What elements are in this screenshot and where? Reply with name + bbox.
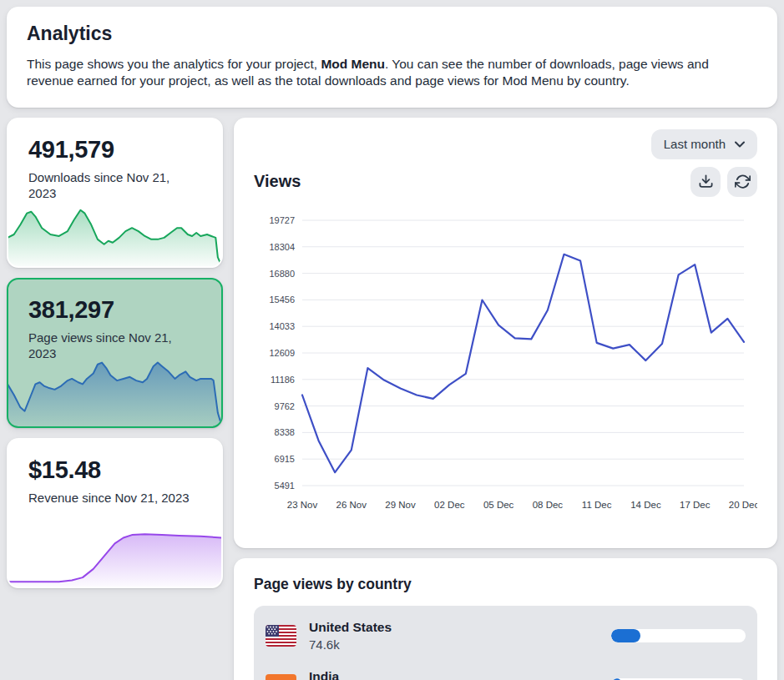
views-header: Views xyxy=(254,167,757,197)
country-name: United States xyxy=(309,620,599,635)
revenue-amount: $15.48 xyxy=(28,456,201,484)
svg-text:8338: 8338 xyxy=(275,427,295,437)
svg-text:18304: 18304 xyxy=(269,241,295,251)
refresh-icon xyxy=(735,174,751,189)
time-range-select[interactable]: Last month xyxy=(651,129,757,159)
svg-text:11 Dec: 11 Dec xyxy=(582,500,612,510)
country-list: United States 74.6k xyxy=(254,606,757,680)
svg-text:9762: 9762 xyxy=(275,400,295,411)
chart-actions xyxy=(690,167,757,197)
analytics-page: Analytics This page shows you the analyt… xyxy=(0,0,784,680)
svg-text:17 Dec: 17 Dec xyxy=(680,500,711,510)
svg-text:20 Dec: 20 Dec xyxy=(729,500,757,510)
svg-text:12609: 12609 xyxy=(269,348,295,358)
country-name: India xyxy=(309,669,599,680)
svg-text:6915: 6915 xyxy=(275,454,295,464)
country-progress-fill xyxy=(611,629,640,642)
svg-text:02 Dec: 02 Dec xyxy=(434,500,465,510)
download-csv-button[interactable] xyxy=(690,167,721,197)
downloads-label: Downloads since Nov 21, 2023 xyxy=(28,169,200,201)
svg-text:14 Dec: 14 Dec xyxy=(630,500,661,510)
chevron-down-icon xyxy=(735,141,745,148)
us-flag-icon xyxy=(266,625,296,647)
svg-text:11186: 11186 xyxy=(271,374,295,384)
svg-text:14033: 14033 xyxy=(269,321,295,331)
downloads-count: 491,579 xyxy=(28,136,201,164)
svg-text:23 Nov: 23 Nov xyxy=(287,500,318,510)
country-info: United States 74.6k xyxy=(309,620,599,652)
download-icon xyxy=(698,174,714,189)
revenue-sparkline xyxy=(8,531,222,587)
refresh-button[interactable] xyxy=(727,167,757,197)
country-pageviews-value: 74.6k xyxy=(309,637,599,652)
views-panel: Last month Views xyxy=(234,118,777,548)
pageviews-count: 381,297 xyxy=(28,296,201,324)
country-progress-bar xyxy=(611,629,746,642)
downloads-sparkline xyxy=(8,202,222,267)
country-info: India xyxy=(309,669,599,680)
countries-panel: Page views by country xyxy=(234,558,777,680)
stat-cards-column: 491,579 Downloads since Nov 21, 2023 381… xyxy=(7,118,223,588)
india-flag-icon xyxy=(266,674,296,680)
svg-text:16880: 16880 xyxy=(269,268,295,278)
stat-card-revenue[interactable]: $15.48 Revenue since Nov 21, 2023 xyxy=(7,438,223,588)
time-range-label: Last month xyxy=(664,137,726,151)
content-row: 491,579 Downloads since Nov 21, 2023 381… xyxy=(7,118,777,680)
country-row-india: India xyxy=(266,664,746,680)
views-title: Views xyxy=(254,172,301,191)
pageviews-sparkline xyxy=(8,355,222,427)
project-name: Mod Menu xyxy=(321,57,385,71)
range-row: Last month xyxy=(254,129,757,159)
svg-text:29 Nov: 29 Nov xyxy=(385,500,416,510)
svg-text:5491: 5491 xyxy=(275,481,295,491)
svg-text:26 Nov: 26 Nov xyxy=(336,500,367,510)
main-column: Last month Views xyxy=(234,118,777,680)
svg-text:05 Dec: 05 Dec xyxy=(483,500,514,510)
stat-card-pageviews[interactable]: 381,297 Page views since Nov 21, 2023 xyxy=(7,278,223,428)
svg-text:15456: 15456 xyxy=(269,295,295,305)
svg-text:08 Dec: 08 Dec xyxy=(533,500,564,510)
page-title: Analytics xyxy=(27,23,757,45)
views-chart: 5491691583389762111861260914033154561688… xyxy=(254,209,757,519)
analytics-header: Analytics This page shows you the analyt… xyxy=(7,7,777,108)
svg-text:19727: 19727 xyxy=(269,215,295,225)
country-row-united-states: United States 74.6k xyxy=(266,615,746,657)
page-description: This page shows you the analytics for yo… xyxy=(27,56,757,89)
stat-card-downloads[interactable]: 491,579 Downloads since Nov 21, 2023 xyxy=(7,118,223,268)
revenue-label: Revenue since Nov 21, 2023 xyxy=(28,490,200,506)
countries-title: Page views by country xyxy=(254,576,757,593)
